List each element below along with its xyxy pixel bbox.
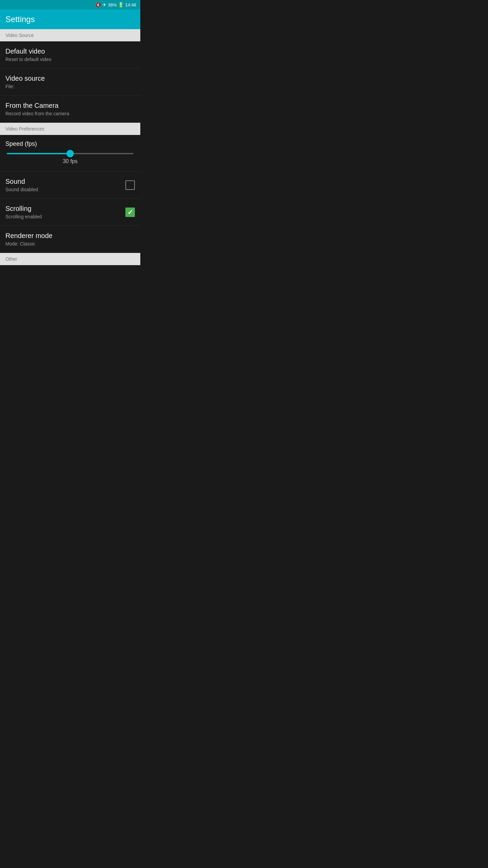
speed-value: 30 fps [5,158,135,164]
video-source-section-header: Video Source [0,29,140,41]
sound-item[interactable]: Sound Sound disabled [0,172,140,199]
default-video-title: Default video [5,47,135,55]
from-camera-subtitle: Record video from the camera [5,111,135,116]
sound-text: Sound Sound disabled [5,178,125,192]
battery-percent: 38% [108,2,117,7]
renderer-mode-title: Renderer mode [5,232,135,240]
mute-icon: 🔇 [95,2,101,7]
status-icons: 🔇 ✈ 38% 🔋 14:48 [95,2,136,7]
checkmark-icon: ✓ [127,209,133,216]
sound-checkbox[interactable] [125,180,135,190]
from-camera-text: From the Camera Record video from the ca… [5,102,135,116]
status-bar: 🔇 ✈ 38% 🔋 14:48 [0,0,140,9]
scrolling-subtitle: Scrolling enabled [5,214,125,219]
default-video-item[interactable]: Default video Reset to default video [0,41,140,68]
app-bar: Settings [0,9,140,29]
other-section-header: Other [0,253,140,265]
battery-icon: 🔋 [118,2,124,7]
video-source-text: Video source File: [5,75,135,89]
app-bar-title: Settings [5,15,35,24]
scrolling-checkbox[interactable]: ✓ [125,208,135,217]
sound-title: Sound [5,178,125,185]
video-preferences-section-header: Video Preferences [0,123,140,135]
scrolling-text: Scrolling Scrolling enabled [5,205,125,219]
slider-track [7,153,134,154]
time-display: 14:48 [125,2,136,7]
scrolling-item[interactable]: Scrolling Scrolling enabled ✓ [0,199,140,226]
from-camera-title: From the Camera [5,102,135,110]
scrolling-title: Scrolling [5,205,125,213]
video-source-title: Video source [5,75,135,82]
slider-thumb[interactable] [66,150,74,157]
renderer-mode-text: Renderer mode Mode: Classic [5,232,135,246]
speed-slider-container[interactable] [5,153,135,154]
slider-fill [7,153,70,154]
from-camera-item[interactable]: From the Camera Record video from the ca… [0,96,140,123]
sound-subtitle: Sound disabled [5,187,125,192]
renderer-mode-subtitle: Mode: Classic [5,241,135,246]
airplane-icon: ✈ [102,2,106,7]
renderer-mode-item[interactable]: Renderer mode Mode: Classic [0,226,140,253]
speed-label: Speed (fps) [5,140,135,147]
default-video-subtitle: Reset to default video [5,57,135,62]
speed-slider-section: Speed (fps) 30 fps [0,135,140,172]
video-source-subtitle: File: [5,84,135,89]
video-source-item[interactable]: Video source File: [0,68,140,96]
default-video-text: Default video Reset to default video [5,47,135,62]
